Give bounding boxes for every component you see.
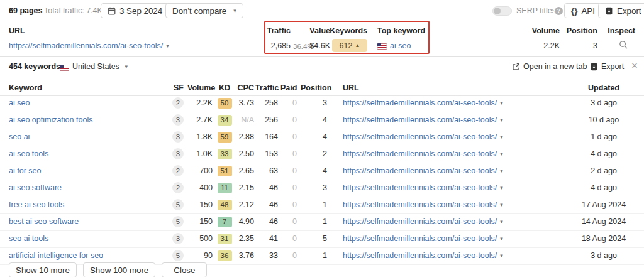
volume-cell: 700 bbox=[187, 166, 213, 175]
url-link-text[interactable]: https://selfmademillennials.com/ai-seo-t… bbox=[343, 132, 497, 141]
url-link-text[interactable]: https://selfmademillennials.com/ai-seo-t… bbox=[343, 99, 497, 107]
total-traffic: Total traffic: 7.4K bbox=[44, 6, 103, 15]
summary-header-top-keyword: Top keyword bbox=[377, 26, 425, 35]
cpc-cell: 2.15 bbox=[235, 183, 254, 192]
chevron-down-icon: ▾ bbox=[125, 63, 128, 70]
traffic-cell: 63 bbox=[255, 166, 278, 175]
chevron-down-icon[interactable]: ▾ bbox=[500, 252, 503, 259]
header-sf[interactable]: SF bbox=[161, 83, 184, 92]
kd-badge: 48 bbox=[218, 200, 232, 210]
header-traffic[interactable]: Traffic bbox=[255, 83, 278, 92]
serp-titles-toggle[interactable] bbox=[492, 6, 512, 16]
keyword-link[interactable]: best ai seo software bbox=[9, 217, 79, 226]
updated-cell: 3 d ago bbox=[569, 99, 638, 107]
url-link-text[interactable]: https://selfmademillennials.com/ai-seo-t… bbox=[343, 183, 497, 192]
keyword-link[interactable]: ai seo bbox=[9, 99, 30, 107]
chevron-down-icon[interactable]: ▾ bbox=[500, 117, 503, 123]
volume-cell: 500 bbox=[187, 234, 213, 243]
chevron-down-icon[interactable]: ▾ bbox=[166, 43, 169, 49]
keyword-link[interactable]: seo ai tools bbox=[9, 234, 48, 243]
keyword-link[interactable]: artificial intelligence for seo bbox=[9, 251, 103, 260]
page-url-link[interactable]: https://selfmademillennials.com/ai-seo-t… bbox=[9, 41, 163, 50]
api-label: API bbox=[581, 6, 594, 16]
header-cpc[interactable]: CPC bbox=[235, 83, 254, 92]
keyword-link[interactable]: seo ai bbox=[9, 132, 30, 141]
chevron-down-icon[interactable]: ▾ bbox=[500, 218, 503, 225]
close-button[interactable]: Close bbox=[162, 262, 207, 277]
header-url[interactable]: URL bbox=[343, 83, 359, 92]
sf-cell: 3 bbox=[161, 234, 184, 244]
keyword-link[interactable]: ai seo tools bbox=[9, 149, 48, 158]
compare-label: Don't compare bbox=[172, 6, 226, 16]
open-new-tab-label: Open in a new tab bbox=[523, 62, 587, 71]
inspect-button[interactable] bbox=[619, 40, 628, 50]
us-flag-icon bbox=[60, 64, 69, 73]
chevron-down-icon: ▾ bbox=[233, 8, 236, 14]
updated-cell: 10 d ago bbox=[569, 116, 638, 124]
chevron-down-icon[interactable]: ▾ bbox=[500, 185, 503, 191]
updated-cell: 17 Aug 2024 bbox=[569, 200, 638, 209]
position-cell: 1 bbox=[301, 217, 327, 226]
compare-dropdown[interactable]: Don't compare ▾ bbox=[165, 3, 243, 18]
url-link-text[interactable]: https://selfmademillennials.com/ai-seo-t… bbox=[343, 234, 497, 243]
chevron-down-icon[interactable]: ▾ bbox=[500, 235, 503, 242]
volume-cell: 1.0K bbox=[187, 149, 213, 158]
sf-cell: 3 bbox=[161, 149, 184, 159]
kd-badge: 59 bbox=[218, 132, 232, 143]
api-button[interactable]: {} API bbox=[564, 3, 602, 18]
sf-badge: 5 bbox=[172, 199, 184, 210]
url-link-text[interactable]: https://selfmademillennials.com/ai-seo-t… bbox=[343, 217, 497, 226]
position-cell: 4 bbox=[301, 166, 327, 175]
keyword-link[interactable]: free ai seo tools bbox=[9, 200, 64, 209]
magnifier-icon bbox=[619, 40, 628, 50]
ahrefs-top-pages-panel: 69 pages Total traffic: 7.4K 3 Sep 2024 … bbox=[0, 0, 644, 280]
open-new-tab-button[interactable]: Open in a new tab bbox=[512, 62, 587, 71]
keyword-link[interactable]: ai for seo bbox=[9, 166, 41, 175]
kd-badge: 34 bbox=[218, 115, 232, 126]
keywords-count-badge[interactable]: 612 ▲ bbox=[332, 39, 367, 52]
paid-cell: 0 bbox=[280, 99, 297, 107]
chevron-down-icon[interactable]: ▾ bbox=[500, 151, 503, 157]
cpc-cell: N/A bbox=[235, 116, 254, 124]
url-link-text[interactable]: https://selfmademillennials.com/ai-seo-t… bbox=[343, 251, 497, 260]
show-100-more-button[interactable]: Show 100 more bbox=[83, 262, 155, 277]
volume-cell: 1.8K bbox=[187, 132, 213, 141]
url-link-text[interactable]: https://selfmademillennials.com/ai-seo-t… bbox=[343, 116, 497, 124]
header-kd[interactable]: KD bbox=[216, 83, 233, 92]
keyword-link[interactable]: ai seo software bbox=[9, 183, 62, 192]
us-flag-icon bbox=[377, 43, 387, 51]
header-keyword[interactable]: Keyword bbox=[9, 83, 42, 92]
kd-badge: 7 bbox=[218, 217, 232, 227]
summary-header-position: Position bbox=[565, 26, 597, 35]
position-cell: 4 bbox=[301, 116, 327, 124]
country-dropdown[interactable]: United States ▾ bbox=[72, 62, 128, 71]
cpc-cell: 2.50 bbox=[235, 149, 254, 158]
header-updated[interactable]: Updated bbox=[569, 83, 638, 92]
header-paid[interactable]: Paid bbox=[280, 83, 297, 92]
chevron-down-icon[interactable]: ▾ bbox=[500, 202, 503, 208]
summary-header-url: URL bbox=[9, 26, 25, 35]
header-position[interactable]: Position bbox=[301, 83, 327, 92]
chevron-down-icon[interactable]: ▾ bbox=[500, 168, 503, 174]
url-link-text[interactable]: https://selfmademillennials.com/ai-seo-t… bbox=[343, 149, 497, 158]
traffic-cell: 46 bbox=[255, 200, 278, 209]
top-keyword-link[interactable]: ai seo bbox=[390, 41, 411, 50]
export-file-icon bbox=[590, 63, 598, 71]
position-cell: 4 bbox=[301, 132, 327, 141]
show-10-more-button[interactable]: Show 10 more bbox=[9, 262, 77, 277]
header-volume[interactable]: Volume bbox=[187, 83, 213, 92]
kd-badge: 33 bbox=[218, 149, 232, 159]
paid-cell: 0 bbox=[280, 116, 297, 124]
export-keywords-button[interactable]: Export bbox=[590, 62, 624, 71]
export-button[interactable]: Export bbox=[598, 3, 644, 18]
keywords-count: 612 bbox=[340, 41, 353, 50]
url-link-text[interactable]: https://selfmademillennials.com/ai-seo-t… bbox=[343, 200, 497, 209]
sf-badge: 2 bbox=[172, 97, 184, 109]
close-icon[interactable]: × bbox=[631, 60, 638, 72]
url-link-text[interactable]: https://selfmademillennials.com/ai-seo-t… bbox=[343, 166, 497, 175]
chevron-down-icon[interactable]: ▾ bbox=[500, 100, 503, 106]
traffic-cell: 258 bbox=[255, 99, 278, 107]
help-icon[interactable]: ? bbox=[555, 7, 563, 15]
keyword-link[interactable]: ai seo optimization tools bbox=[9, 116, 92, 124]
chevron-down-icon[interactable]: ▾ bbox=[500, 134, 503, 140]
